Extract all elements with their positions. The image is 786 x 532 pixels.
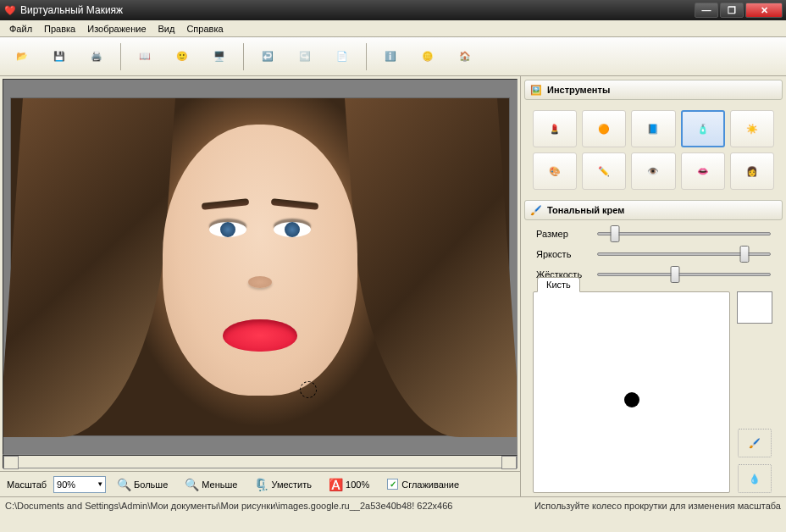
lipstick-icon: 💄: [549, 124, 561, 135]
brush-icon: 🖌️: [530, 205, 542, 216]
smoothing-checkbox[interactable]: ✓Сглаживание: [387, 479, 459, 490]
slider-size: Размер: [536, 229, 771, 239]
smiley-icon: 🙂: [176, 51, 188, 62]
home-button[interactable]: 🏠: [448, 41, 482, 73]
save-button[interactable]: 💾: [42, 41, 76, 73]
lipstick-button[interactable]: 💄: [533, 110, 577, 147]
save-icon: 💾: [53, 51, 65, 62]
powder-button[interactable]: 📘: [631, 110, 675, 147]
monitor-icon: 🖥️: [213, 51, 225, 62]
sliders: Размер Яркость Жёсткость: [524, 225, 783, 283]
window-title: Виртуальный Макияж: [20, 4, 695, 16]
zoom-bar: Масштаб 90% 🔍Больше 🔍Меньше 🗜️Уместить 🅰…: [0, 471, 520, 496]
eyedropper-button[interactable]: 💧: [738, 464, 772, 493]
hair-button[interactable]: 👩: [730, 152, 774, 190]
app-icon: ❤️: [3, 3, 17, 17]
coins-icon: 🪙: [422, 51, 434, 62]
menu-file[interactable]: Файл: [3, 22, 38, 36]
palette-icon: 🖼️: [530, 85, 542, 96]
separator: [120, 43, 121, 70]
eyeshadow-icon: 🎨: [549, 166, 561, 177]
minimize-button[interactable]: —: [695, 3, 718, 18]
info-icon: ℹ️: [385, 51, 396, 62]
book-button[interactable]: 📖: [128, 41, 162, 73]
check-icon: ✓: [387, 479, 398, 490]
side-panel: 🖼️ Инструменты 💄🟠📘🧴☀️🎨✏️👁️👄👩 🖌️ Тональны…: [520, 76, 786, 496]
eyedropper-icon: 💧: [749, 474, 761, 485]
horizontal-scrollbar[interactable]: [3, 455, 518, 468]
brush-area: Кисть 🖌️ 💧: [524, 291, 783, 493]
info-button[interactable]: ℹ️: [374, 41, 407, 73]
zoom-in-button[interactable]: 🔍Больше: [111, 475, 174, 494]
eye-button[interactable]: 👁️: [631, 152, 675, 190]
print-icon: 🖨️: [91, 51, 102, 62]
brush-tab[interactable]: Кисть: [537, 277, 580, 292]
pencil-button[interactable]: ✏️: [582, 152, 626, 190]
eyeshadow-button[interactable]: 🎨: [533, 152, 577, 190]
print-button[interactable]: 🖨️: [80, 41, 113, 73]
export-button[interactable]: 📄: [325, 41, 359, 73]
menu-help[interactable]: Справка: [180, 22, 229, 36]
statusbar: C:\Documents and Settings\Admin\Мои доку…: [0, 496, 786, 513]
open-icon: 📂: [16, 51, 28, 62]
tool-grid: 💄🟠📘🧴☀️🎨✏️👁️👄👩: [524, 105, 783, 195]
status-path: C:\Documents and Settings\Admin\Мои доку…: [5, 501, 534, 511]
size-slider[interactable]: [597, 232, 771, 236]
brush-dot: [624, 392, 639, 407]
undo-icon: ↩️: [262, 51, 274, 62]
zoom-in-icon: 🔍: [117, 478, 131, 491]
hundred-icon: 🅰️: [329, 478, 343, 491]
zoom-out-icon: 🔍: [185, 478, 199, 491]
close-button[interactable]: ✕: [745, 3, 783, 18]
current-tool-header: 🖌️ Тональный крем: [524, 200, 783, 220]
brush-preview: Кисть: [533, 291, 730, 493]
pencil-icon: ✏️: [598, 166, 610, 177]
titlebar: ❤️ Виртуальный Макияж — ❐ ✕: [0, 0, 786, 20]
size-label: Размер: [536, 229, 590, 239]
menu-image[interactable]: Изображение: [81, 22, 152, 36]
maximize-button[interactable]: ❐: [720, 3, 744, 18]
zoom-100-button[interactable]: 🅰️100%: [323, 475, 375, 494]
zoom-combo[interactable]: 90%: [53, 476, 106, 493]
monitor-button[interactable]: 🖥️: [202, 41, 236, 73]
menu-edit[interactable]: Правка: [38, 22, 81, 36]
window-controls: — ❐ ✕: [695, 3, 783, 18]
menu-view[interactable]: Вид: [152, 22, 181, 36]
photo-image: [10, 97, 510, 436]
open-button[interactable]: 📂: [5, 41, 39, 73]
brightness-slider[interactable]: [597, 252, 771, 256]
separator: [243, 43, 244, 70]
home-icon: 🏠: [459, 51, 471, 62]
zoom-value: 90%: [57, 479, 75, 490]
sun-icon: ☀️: [746, 124, 758, 135]
tools-title: Инструменты: [547, 85, 610, 95]
undo-button[interactable]: ↩️: [251, 41, 285, 73]
slider-brightness: Яркость: [536, 249, 771, 259]
hardness-slider[interactable]: [597, 273, 771, 276]
smiley-button[interactable]: 🙂: [165, 41, 199, 73]
status-hint: Используйте колесо прокрутки для изменен…: [534, 501, 781, 511]
hair-icon: 👩: [746, 166, 758, 177]
redo-icon: ↪️: [299, 51, 311, 62]
paintbrush-icon: 🖌️: [749, 438, 761, 449]
lips-icon: 👄: [697, 166, 709, 177]
brightness-label: Яркость: [536, 249, 590, 259]
zoom-fit-button[interactable]: 🗜️Уместить: [248, 475, 318, 494]
current-tool-title: Тональный крем: [547, 205, 624, 215]
zoom-label: Масштаб: [7, 479, 47, 490]
foundation-button[interactable]: 🧴: [681, 110, 725, 147]
canvas-view[interactable]: [3, 79, 518, 455]
coins-button[interactable]: 🪙: [411, 41, 445, 73]
brush-side: 🖌️ 💧: [735, 291, 774, 493]
canvas-pane: Масштаб 90% 🔍Больше 🔍Меньше 🗜️Уместить 🅰…: [0, 76, 520, 496]
zoom-out-button[interactable]: 🔍Меньше: [179, 475, 243, 494]
lips-button[interactable]: 👄: [681, 152, 725, 190]
sun-button[interactable]: ☀️: [730, 110, 774, 147]
paintbrush-button[interactable]: 🖌️: [738, 429, 772, 457]
book-icon: 📖: [139, 51, 151, 62]
color-swatch[interactable]: [737, 291, 772, 324]
separator: [366, 43, 367, 70]
menubar: Файл Правка Изображение Вид Справка: [0, 20, 786, 37]
blush-button[interactable]: 🟠: [582, 110, 626, 147]
redo-button[interactable]: ↪️: [288, 41, 322, 73]
